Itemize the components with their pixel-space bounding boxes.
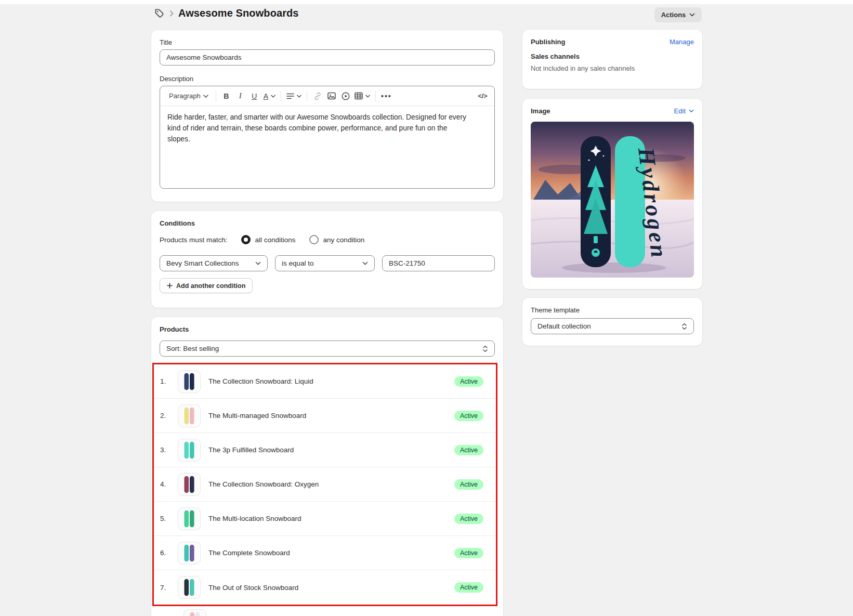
insert-link-button[interactable] [310,89,324,103]
align-left-icon [286,93,294,99]
product-thumbnail [178,507,201,530]
product-index: 6. [160,549,178,557]
product-thumbnail [178,542,201,565]
actions-button-label: Actions [661,11,686,19]
add-condition-button[interactable]: Add another condition [160,278,253,293]
product-thumbnail [178,576,201,599]
condition-field-value: Bevy Smart Collections [166,259,239,267]
italic-button[interactable]: I [233,89,247,103]
product-row[interactable]: 2. The Multi-managed Snowboard Active [154,399,496,433]
radio-any-label: any condition [323,236,365,244]
theme-template-select[interactable]: Default collection [531,318,694,334]
product-row[interactable]: 6. The Complete Snowboard Active [154,536,496,570]
tag-icon[interactable] [154,8,165,19]
chevron-down-icon [297,95,301,98]
toolbar-divider [216,91,216,101]
product-name[interactable]: The Out of Stock Snowboard [208,584,454,592]
breadcrumb: Awsesome Snowboards [154,7,299,19]
conditions-card: Conditions Products must match: all cond… [151,211,503,308]
description-textarea[interactable]: Ride harder, faster, and smarter with ou… [160,106,478,151]
underline-button[interactable]: U [247,89,261,103]
show-html-button[interactable]: </> [476,89,490,103]
theme-template-value: Default collection [537,322,591,330]
chevron-right-icon [169,10,174,17]
product-row[interactable]: 1. The Collection Snowboard: Liquid Acti… [154,364,496,399]
publishing-heading: Publishing [531,38,565,46]
product-thumbnail [178,439,201,462]
plus-icon [167,283,173,289]
image-card: Image Edit [522,99,702,289]
chevron-down-icon [271,95,275,98]
product-index: 3. [160,446,178,454]
product-thumbnail [178,370,201,393]
sales-channels-status: Not included in any sales channels [531,64,694,72]
title-label: Title [160,38,495,46]
actions-button[interactable]: Actions [654,7,702,22]
product-thumbnail [178,473,201,496]
text-color-button[interactable]: A [261,89,278,103]
status-badge: Active [454,582,483,593]
insert-table-button[interactable] [352,89,372,103]
manage-link[interactable]: Manage [670,38,694,46]
condition-value-input[interactable] [382,255,495,271]
theme-template-label: Theme template [531,306,694,314]
product-name[interactable]: The Complete Snowboard [208,549,454,557]
product-name[interactable]: The Collection Snowboard: Liquid [208,377,454,385]
product-index: 7. [160,584,178,592]
updown-stepper-icon [482,345,488,352]
edit-link-label: Edit [674,107,686,115]
product-row[interactable]: 7. The Out of Stock Snowboard Active [154,570,496,605]
product-name[interactable]: The Multi-managed Snowboard [208,412,454,420]
product-name[interactable]: The 3p Fulfilled Snowboard [208,446,454,454]
highlight-rectangle: 1. The Collection Snowboard: Liquid Acti… [152,363,497,606]
products-heading: Products [160,325,495,333]
more-options-button[interactable]: ••• [379,89,394,103]
italic-label: I [239,91,242,100]
alignment-button[interactable] [284,89,304,103]
insert-video-button[interactable] [338,89,352,103]
image-heading: Image [531,107,550,115]
radio-any-condition[interactable]: any condition [309,235,365,244]
product-thumbnail [178,404,201,427]
title-description-card: Title Description Paragraph B I U A [151,30,503,202]
product-name[interactable]: The Collection Snowboard: Oxygen [208,480,454,488]
chevron-down-icon [365,95,370,98]
product-name[interactable]: The Multi-location Snowboard [208,515,454,522]
paragraph-style-label: Paragraph [169,92,201,100]
text-color-label: A [264,92,268,100]
products-card: Products Sort: Best selling 1. The Colle… [151,317,503,616]
condition-operator-value: is equal to [282,259,314,267]
status-badge: Active [454,445,483,455]
paragraph-style-dropdown[interactable]: Paragraph [165,89,213,103]
sort-select[interactable]: Sort: Best selling [160,340,495,357]
product-row[interactable]: 4. The Collection Snowboard: Oxygen Acti… [154,467,496,502]
radio-unselected[interactable] [309,235,319,244]
updown-stepper-icon [681,323,687,330]
link-icon [313,92,322,100]
image-icon [327,92,336,100]
product-row[interactable]: 3. The 3p Fulfilled Snowboard Active [154,433,496,467]
edit-image-link[interactable]: Edit [674,107,694,115]
title-input[interactable] [160,49,495,65]
chevron-down-icon [203,95,208,98]
publishing-card: Publishing Manage Sales channels Not inc… [522,30,702,89]
product-row[interactable]: 5. The Multi-location Snowboard Active [154,502,496,536]
theme-template-card: Theme template Default collection [522,298,702,346]
radio-selected[interactable] [241,235,251,244]
sales-channels-subheading: Sales channels [531,53,694,60]
condition-field-select[interactable]: Bevy Smart Collections [160,255,268,271]
more-icon: ••• [381,92,392,100]
condition-operator-select[interactable]: is equal to [275,255,375,271]
collection-image[interactable]: Hydrogen [531,122,694,278]
radio-all-conditions[interactable]: all conditions [241,235,296,244]
sort-value: Sort: Best selling [166,345,219,352]
table-icon [355,92,363,100]
description-label: Description [160,75,495,83]
underline-label: U [252,92,257,100]
product-index: 5. [160,515,178,522]
bold-button[interactable]: B [219,89,233,103]
insert-image-button[interactable] [324,89,338,103]
bold-label: B [224,92,229,100]
add-condition-label: Add another condition [176,282,245,290]
chevron-down-icon [689,109,694,113]
